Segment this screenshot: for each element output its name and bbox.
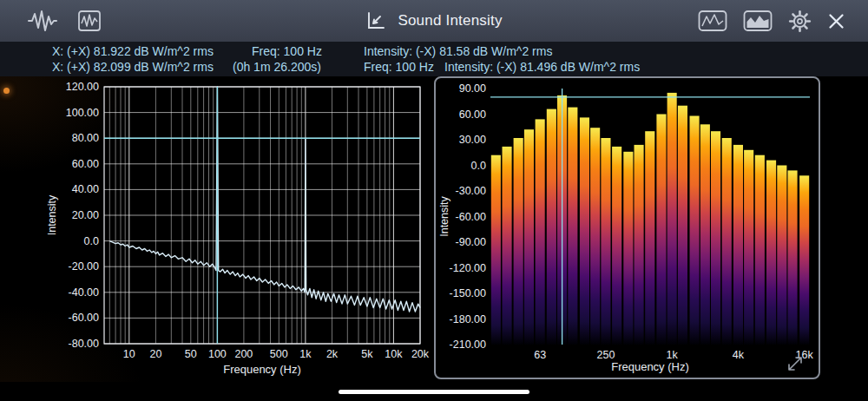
svg-text:16k: 16k	[796, 349, 814, 361]
octave-spectrum-panel[interactable]: 90.0060.0030.000.0-30.00-60.00-90.00-120…	[434, 76, 820, 379]
svg-text:-30.00: -30.00	[456, 185, 486, 197]
svg-text:1k: 1k	[299, 348, 312, 360]
svg-text:63: 63	[534, 349, 546, 361]
octave-bar	[645, 131, 654, 345]
octave-bar	[700, 124, 710, 345]
octave-bar	[536, 119, 545, 345]
svg-text:5k: 5k	[361, 348, 373, 360]
octave-bar	[722, 138, 732, 345]
readout-x-average: X: (+X) 82.099 dB W/m^2 rms	[52, 60, 214, 74]
svg-text:80.00: 80.00	[72, 132, 99, 144]
svg-text:60.00: 60.00	[459, 108, 486, 121]
readout-elapsed-time: (0h 1m 26.200s)	[233, 60, 321, 74]
svg-text:20: 20	[149, 348, 161, 360]
octave-bar	[514, 138, 523, 345]
svg-text:250: 250	[597, 349, 615, 361]
octave-bar	[568, 108, 577, 345]
svg-text:100.00: 100.00	[66, 107, 99, 119]
readout-x-cursor: X: (+X) 81.922 dB W/m^2 rms	[52, 44, 214, 58]
screen: Sound Intensity	[0, 0, 868, 401]
svg-text:-90.00: -90.00	[456, 236, 486, 248]
octave-bar	[711, 131, 720, 345]
svg-text:120.00: 120.00	[66, 81, 99, 93]
octave-bar	[590, 128, 600, 345]
octave-bar	[744, 150, 753, 345]
waveform-file-button[interactable]	[76, 10, 102, 32]
intensity-trace	[109, 87, 420, 312]
area-chart-icon	[743, 10, 773, 32]
svg-text:60.00: 60.00	[72, 158, 99, 170]
readout-intensity-average: Intensity: (-X) 81.496 dB W/m^2 rms	[444, 60, 640, 74]
svg-text:-60.00: -60.00	[456, 211, 486, 223]
svg-text:-40.00: -40.00	[69, 286, 99, 299]
svg-text:1k: 1k	[667, 349, 679, 361]
svg-text:20k: 20k	[411, 348, 430, 360]
octave-bar	[524, 129, 534, 345]
bar-chart-canvas: 90.0060.0030.000.0-30.00-60.00-90.00-120…	[436, 78, 819, 378]
close-button[interactable]	[827, 12, 845, 30]
chart-cursor-icon[interactable]	[365, 10, 386, 31]
svg-text:Intensity: Intensity	[46, 194, 58, 235]
line-chart-view-button[interactable]	[698, 10, 727, 32]
svg-text:100: 100	[208, 348, 227, 360]
octave-bar	[580, 117, 589, 345]
cursor-readout-bar: X: (+X) 81.922 dB W/m^2 rms Freq: 100 Hz…	[0, 42, 868, 76]
toolbar-left-group	[28, 10, 102, 32]
octave-bar	[667, 93, 677, 345]
octave-bar	[612, 147, 621, 345]
line-chart-icon	[698, 10, 727, 32]
octave-bar	[623, 152, 633, 345]
readout-freq: Freq: 100 Hz	[252, 44, 322, 58]
svg-text:10: 10	[123, 348, 135, 360]
svg-text:10k: 10k	[385, 348, 403, 360]
octave-bar	[733, 145, 743, 345]
page-title: Sound Intensity	[398, 12, 502, 30]
svg-text:90.00: 90.00	[459, 82, 486, 95]
svg-text:Frequency (Hz): Frequency (Hz)	[611, 360, 689, 373]
svg-text:20.00: 20.00	[72, 209, 99, 221]
octave-bar	[799, 175, 809, 345]
octave-bar	[766, 161, 776, 345]
octave-bar	[601, 138, 610, 345]
area-chart-view-button[interactable]	[743, 10, 773, 32]
octave-bar	[635, 145, 644, 345]
readout-intensity-cursor: Intensity: (-X) 81.58 dB W/m^2 rms	[364, 44, 552, 58]
line-chart-canvas: 120.00100.0080.0060.0040.0020.000.0-20.0…	[43, 76, 434, 382]
octave-bar	[777, 166, 786, 345]
home-indicator[interactable]	[339, 390, 529, 394]
svg-text:0.0: 0.0	[471, 160, 486, 172]
svg-text:2k: 2k	[326, 348, 339, 360]
octave-bar	[788, 170, 798, 345]
toolbar: Sound Intensity	[0, 0, 868, 43]
waveform-file-icon	[76, 10, 102, 32]
settings-button[interactable]	[788, 10, 812, 33]
close-icon	[827, 12, 845, 30]
svg-text:0.0: 0.0	[84, 235, 99, 247]
recording-indicator-dot	[3, 88, 10, 94]
toolbar-center-group: Sound Intensity	[365, 10, 502, 31]
svg-text:200: 200	[234, 348, 253, 360]
svg-text:30.00: 30.00	[459, 134, 486, 146]
svg-text:4k: 4k	[733, 349, 745, 361]
toolbar-right-group	[698, 10, 845, 33]
octave-bar	[503, 147, 512, 345]
svg-text:-180.00: -180.00	[450, 313, 486, 325]
octave-bar	[547, 109, 556, 345]
octave-bar	[678, 106, 687, 345]
svg-text:500: 500	[270, 348, 288, 360]
octave-bar	[656, 115, 666, 345]
octave-bar	[690, 116, 700, 345]
svg-text:-150.00: -150.00	[450, 287, 486, 299]
svg-text:-210.00: -210.00	[450, 339, 486, 351]
svg-text:-20.00: -20.00	[69, 260, 99, 273]
svg-text:50: 50	[185, 348, 197, 360]
octave-bar	[755, 155, 765, 345]
svg-text:Intensity: Intensity	[438, 195, 450, 236]
svg-text:-80.00: -80.00	[69, 338, 99, 350]
svg-text:40.00: 40.00	[72, 183, 99, 195]
waveform-icon	[28, 10, 57, 32]
intensity-spectrum-line-chart[interactable]: 120.00100.0080.0060.0040.0020.000.0-20.0…	[43, 76, 434, 382]
waveform-tool-button[interactable]	[28, 10, 57, 32]
svg-text:-60.00: -60.00	[69, 312, 99, 324]
readout-freq-2: Freq: 100 Hz	[364, 60, 434, 74]
